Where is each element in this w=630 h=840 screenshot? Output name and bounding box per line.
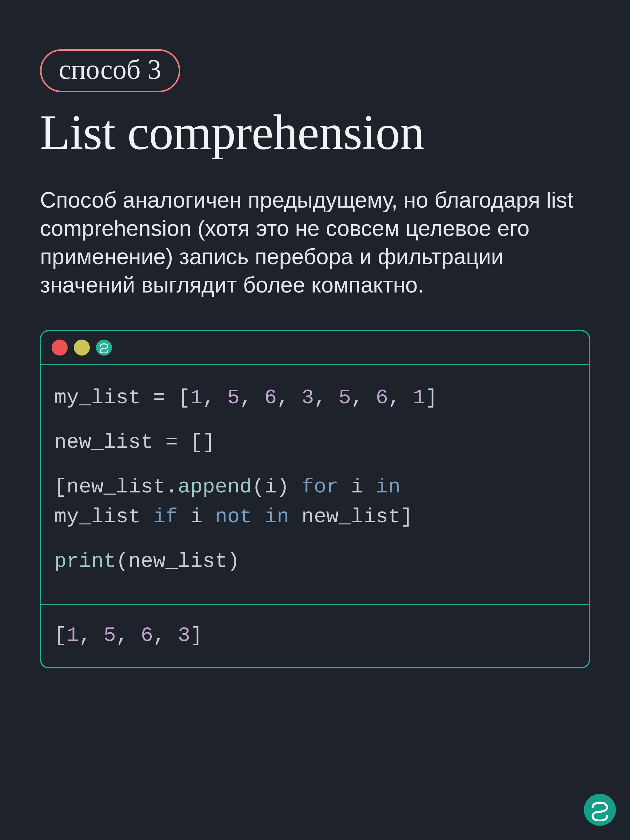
code-line: new_list = []	[54, 428, 576, 457]
minimize-icon	[74, 339, 90, 355]
python-icon	[96, 339, 112, 355]
code-output: [1, 5, 6, 3]	[41, 605, 589, 667]
snake-icon	[589, 799, 611, 821]
code-line: print(new_list)	[54, 546, 576, 576]
code-line: my_list = [1, 5, 6, 3, 5, 6, 1]	[54, 383, 576, 413]
code-body: my_list = [1, 5, 6, 3, 5, 6, 1]new_list …	[41, 365, 589, 606]
editor-titlebar	[41, 331, 589, 365]
description-text: Способ аналогичен предыдущему, но благод…	[40, 186, 590, 299]
close-icon	[52, 339, 68, 355]
code-line: [new_list.append(i) for i in	[54, 472, 576, 502]
slide: способ 3 List comprehension Способ анало…	[0, 0, 630, 668]
logo-badge	[584, 794, 616, 826]
code-line: my_list if i not in new_list]	[54, 502, 576, 532]
code-line: [1, 5, 6, 3]	[54, 621, 576, 651]
page-title: List comprehension	[40, 106, 590, 158]
code-editor-window: my_list = [1, 5, 6, 3, 5, 6, 1]new_list …	[40, 330, 590, 669]
method-badge: способ 3	[40, 49, 180, 92]
